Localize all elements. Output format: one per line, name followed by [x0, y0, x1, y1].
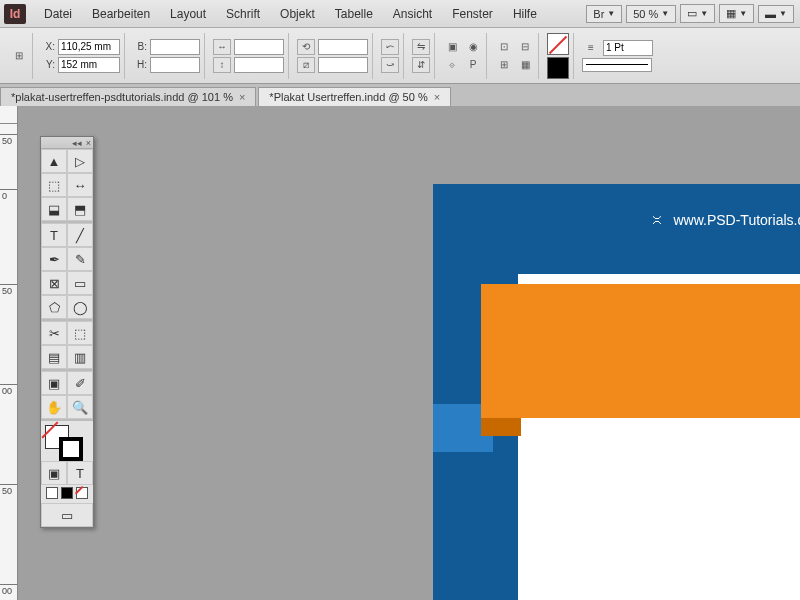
menu-hilfe[interactable]: Hilfe	[503, 7, 547, 21]
orange-rectangle[interactable]	[481, 284, 800, 418]
menu-tabelle[interactable]: Tabelle	[325, 7, 383, 21]
close-icon[interactable]: ×	[86, 138, 91, 148]
content-placer-icon[interactable]: ⬒	[67, 197, 93, 221]
pencil-tool-icon[interactable]: ✎	[67, 247, 93, 271]
polygon-tool-icon[interactable]: ⬠	[41, 295, 67, 319]
panel-header[interactable]: ◂◂×	[41, 137, 93, 149]
rectangle-frame-icon[interactable]: ⊠	[41, 271, 67, 295]
eyedropper-icon[interactable]: ✐	[67, 371, 93, 395]
butterfly-icon: ᳲ	[649, 212, 667, 228]
document-page[interactable]: ᳲ www.PSD-Tutorials.de	[433, 184, 800, 600]
gradient-swatch-icon[interactable]: ▤	[41, 345, 67, 369]
control-bar: ⊞ X: Y: B: H: ↔ ↕ ⟲ ⧄ ⤺ ⤻ ⇋ ⇵ ▣◉ ⟐P ⊡⊟ ⊞…	[0, 28, 800, 84]
page-tool-icon[interactable]: ⬚	[41, 173, 67, 197]
x-label: X:	[41, 41, 55, 52]
arrange-docs-icon[interactable]: ▬▼	[758, 5, 794, 23]
menu-objekt[interactable]: Objekt	[270, 7, 325, 21]
ruler-origin[interactable]	[0, 106, 18, 124]
normal-view-icon[interactable]: ▭	[41, 503, 93, 527]
zoom-tool-icon[interactable]: 🔍	[67, 395, 93, 419]
selection-tool-icon[interactable]: ▲	[41, 149, 67, 173]
rotate-90-cw-icon[interactable]: ⤻	[381, 57, 399, 73]
format-text-icon[interactable]: T	[67, 461, 93, 485]
fit-frame-icon[interactable]: ⊟	[516, 39, 534, 55]
app-logo: Id	[4, 4, 26, 24]
shear-input[interactable]	[318, 57, 368, 73]
menu-datei[interactable]: Datei	[34, 7, 82, 21]
close-icon[interactable]: ×	[239, 91, 245, 103]
type-tool-icon[interactable]: T	[41, 223, 67, 247]
select-content-icon[interactable]: ◉	[464, 39, 482, 55]
canvas[interactable]: ◂◂× ▲ ▷ ⬚ ↔ ⬓ ⬒ T ╱ ✒ ✎ ⊠ ▭	[18, 124, 800, 600]
document-tabs: *plakat-usertreffen-psdtutorials.indd @ …	[0, 84, 800, 106]
fill-swatch[interactable]	[547, 33, 569, 55]
zoom-level[interactable]: 50 %▼	[626, 5, 676, 23]
stroke-style-dropdown[interactable]	[582, 58, 652, 72]
scale-x-icon[interactable]: ↔	[213, 39, 231, 55]
stroke-color-icon[interactable]	[59, 437, 83, 461]
menu-layout[interactable]: Layout	[160, 7, 216, 21]
center-content-icon[interactable]: ⊞	[495, 57, 513, 73]
fill-stroke-swatches[interactable]	[41, 421, 93, 461]
collapse-icon[interactable]: ◂◂	[72, 138, 82, 148]
flip-h-icon[interactable]: ⇋	[412, 39, 430, 55]
doc-tab-1[interactable]: *plakat-usertreffen-psdtutorials.indd @ …	[0, 87, 256, 106]
tools-panel[interactable]: ◂◂× ▲ ▷ ⬚ ↔ ⬓ ⬒ T ╱ ✒ ✎ ⊠ ▭	[40, 136, 94, 528]
line-tool-icon[interactable]: ╱	[67, 223, 93, 247]
stroke-swatch[interactable]	[547, 57, 569, 79]
close-icon[interactable]: ×	[434, 91, 440, 103]
menubar: Id Datei Bearbeiten Layout Schrift Objek…	[0, 0, 800, 28]
menu-schrift[interactable]: Schrift	[216, 7, 270, 21]
flip-v-icon[interactable]: ⇵	[412, 57, 430, 73]
gradient-feather-icon[interactable]: ▥	[67, 345, 93, 369]
direct-selection-tool-icon[interactable]: ▷	[67, 149, 93, 173]
rectangle-tool-icon[interactable]: ▭	[67, 271, 93, 295]
height-input[interactable]	[150, 57, 200, 73]
stroke-weight-icon: ≡	[582, 40, 600, 56]
menu-fenster[interactable]: Fenster	[442, 7, 503, 21]
doc-tab-2-title: *Plakat Usertreffen.indd @ 50 %	[269, 91, 427, 103]
workspace: 200 150 100 50 0 50 100 150 50 0 50 00 5…	[0, 106, 800, 600]
scale-y-input[interactable]	[234, 57, 284, 73]
scale-y-icon[interactable]: ↕	[213, 57, 231, 73]
pen-tool-icon[interactable]: ✒	[41, 247, 67, 271]
menu-bearbeiten[interactable]: Bearbeiten	[82, 7, 160, 21]
apply-gradient-icon[interactable]	[76, 487, 88, 499]
vertical-ruler[interactable]: 50 0 50 00 50 00	[0, 124, 18, 600]
x-input[interactable]	[58, 39, 120, 55]
scissors-tool-icon[interactable]: ✂	[41, 321, 67, 345]
orange-shadow	[481, 418, 521, 436]
content-collector-icon[interactable]: ⬓	[41, 197, 67, 221]
apply-color-icon[interactable]	[61, 487, 73, 499]
bridge-button[interactable]: Br▼	[586, 5, 622, 23]
fit-content-icon[interactable]: ⊡	[495, 39, 513, 55]
rotate-input[interactable]	[318, 39, 368, 55]
view-options-icon[interactable]: ▦▼	[719, 4, 754, 23]
page-url: ᳲ www.PSD-Tutorials.de	[649, 212, 800, 228]
apply-none-icon[interactable]	[46, 487, 58, 499]
p-icon[interactable]: P	[464, 57, 482, 73]
menu-ansicht[interactable]: Ansicht	[383, 7, 442, 21]
note-tool-icon[interactable]: ▣	[41, 371, 67, 395]
stroke-weight-input[interactable]	[603, 40, 653, 56]
doc-tab-2[interactable]: *Plakat Usertreffen.indd @ 50 % ×	[258, 87, 451, 106]
fill-frame-icon[interactable]: ▦	[516, 57, 534, 73]
shear-icon[interactable]: ⧄	[297, 57, 315, 73]
rotate-90-ccw-icon[interactable]: ⤺	[381, 39, 399, 55]
select-container-icon[interactable]: ▣	[443, 39, 461, 55]
scale-x-input[interactable]	[234, 39, 284, 55]
reference-point-icon[interactable]: ⊞	[10, 48, 28, 64]
y-input[interactable]	[58, 57, 120, 73]
hand-tool-icon[interactable]: ✋	[41, 395, 67, 419]
ellipse-tool-icon[interactable]: ◯	[67, 295, 93, 319]
y-label: Y:	[41, 59, 55, 70]
gap-tool-icon[interactable]: ↔	[67, 173, 93, 197]
constrain-icon[interactable]: ⟐	[443, 57, 461, 73]
format-container-icon[interactable]: ▣	[41, 461, 67, 485]
doc-tab-1-title: *plakat-usertreffen-psdtutorials.indd @ …	[11, 91, 233, 103]
rotate-icon[interactable]: ⟲	[297, 39, 315, 55]
width-input[interactable]	[150, 39, 200, 55]
free-transform-icon[interactable]: ⬚	[67, 321, 93, 345]
h-label: H:	[133, 59, 147, 70]
screen-mode-icon[interactable]: ▭▼	[680, 4, 715, 23]
